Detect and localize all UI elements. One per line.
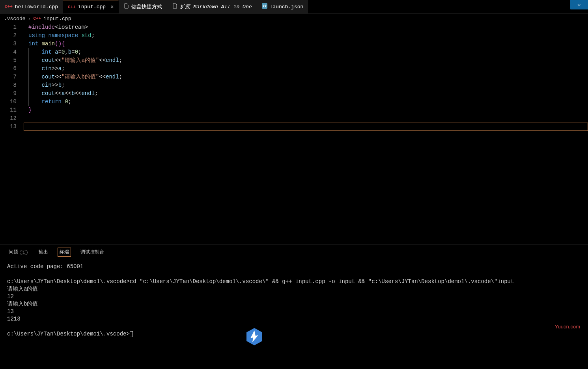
panel-tab-输出[interactable]: 输出 (37, 248, 50, 256)
tab-键盘快捷方式[interactable]: 键盘快捷方式 (119, 0, 167, 13)
code-line[interactable]: return 0; (24, 98, 588, 106)
indent-guide (28, 89, 29, 98)
terminal-line (7, 270, 581, 278)
tab-helloworld.cpp[interactable]: C++helloworld.cpp (0, 0, 63, 13)
code-line[interactable]: int main(){ (24, 40, 588, 48)
terminal-line: c:\Users\JYTan\Desktop\demo1\.vscode> (7, 330, 581, 338)
indent-guide (28, 98, 29, 106)
terminal-line: c:\Users\JYTan\Desktop\demo1\.vscode>cd … (7, 278, 581, 285)
terminal-line: 1213 (7, 315, 581, 323)
editor[interactable]: 12345678910111213 #include<iostream>usin… (0, 23, 588, 244)
json-icon (262, 3, 267, 10)
code-area[interactable]: #include<iostream>using namespace std;in… (24, 23, 588, 244)
indent-guide (28, 81, 29, 89)
terminal-line: 12 (7, 293, 581, 300)
mascot-icon[interactable] (245, 326, 264, 346)
badge: 1 (20, 250, 28, 255)
panel-tab-终端[interactable]: 终端 (58, 248, 71, 257)
tab-label: 键盘快捷方式 (131, 3, 162, 10)
terminal-line: 13 (7, 308, 581, 315)
line-gutter: 12345678910111213 (0, 23, 24, 244)
panel-tab-调试控制台[interactable]: 调试控制台 (79, 248, 106, 256)
line-number: 5 (0, 56, 17, 65)
breadcrumb[interactable]: .vscode › C++ input.cpp (0, 14, 588, 23)
badge-text: ∞ (578, 2, 581, 7)
line-number: 8 (0, 81, 17, 89)
tab-label: input.cpp (78, 4, 106, 10)
indent-guide (28, 73, 29, 81)
code-line[interactable]: int a=0,b=0; (24, 48, 588, 56)
top-right-badge[interactable]: ∞ (570, 0, 588, 9)
terminal-line: 请输入a的值 (7, 285, 581, 293)
code-line[interactable] (24, 114, 588, 123)
terminal-line (7, 323, 581, 330)
tab-label: launch.json (270, 4, 304, 10)
tab-label: 扩展 Markdown All in One (180, 3, 252, 10)
breadcrumb-part[interactable]: .vscode (4, 16, 26, 22)
line-number: 4 (0, 48, 17, 56)
line-number: 11 (0, 106, 17, 114)
file-icon (172, 3, 177, 10)
tab-launch.json[interactable]: launch.json (257, 0, 309, 13)
breadcrumb-part[interactable]: input.cpp (43, 16, 71, 22)
code-line[interactable]: cout<<"请输入a的值"<<endl; (24, 56, 588, 65)
code-line[interactable]: } (24, 106, 588, 114)
tab-扩展-Markdown-All-in-One[interactable]: 扩展 Markdown All in One (167, 0, 257, 13)
terminal-output[interactable]: Active code page: 65001 c:\Users\JYTan\D… (0, 260, 588, 341)
indent-guide (28, 56, 29, 65)
file-icon (123, 3, 129, 10)
code-line[interactable]: cin>>a; (24, 65, 588, 73)
terminal-cursor (130, 331, 133, 337)
indent-guide (28, 65, 29, 73)
line-number: 1 (0, 23, 17, 32)
cpp-icon: C++ (68, 5, 76, 9)
line-number: 2 (0, 32, 17, 40)
line-number: 3 (0, 40, 17, 48)
cpp-icon: C++ (5, 4, 13, 9)
tab-input.cpp[interactable]: C++input.cpp× (63, 0, 119, 13)
panel-tabs: 问题1输出终端调试控制台 (0, 244, 588, 260)
code-line[interactable]: using namespace std; (24, 32, 588, 40)
code-line[interactable] (24, 123, 588, 131)
cpp-icon: C++ (33, 16, 41, 21)
indent-guide (28, 48, 29, 56)
panel-tab-问题[interactable]: 问题1 (7, 248, 29, 256)
tab-label: helloworld.cpp (15, 4, 58, 10)
close-icon[interactable]: × (110, 4, 114, 10)
line-number: 6 (0, 65, 17, 73)
terminal-line: Active code page: 65001 (7, 263, 581, 270)
tabs-bar: C++helloworld.cppC++input.cpp×键盘快捷方式扩展 M… (0, 0, 588, 14)
code-line[interactable]: cout<<"请输入b的值"<<endl; (24, 73, 588, 81)
line-number: 7 (0, 73, 17, 81)
code-line[interactable]: cin>>b; (24, 81, 588, 89)
terminal-line: 请输入b的值 (7, 300, 581, 308)
bottom-panel: 问题1输出终端调试控制台 Active code page: 65001 c:\… (0, 244, 588, 341)
line-number: 12 (0, 114, 17, 123)
line-number: 13 (0, 123, 17, 131)
watermark: Yuucn.com (555, 324, 580, 330)
code-line[interactable]: #include<iostream> (24, 23, 588, 32)
code-line[interactable]: cout<<a<<b<<endl; (24, 89, 588, 98)
line-number: 9 (0, 89, 17, 98)
chevron-right-icon: › (28, 16, 31, 22)
line-number: 10 (0, 98, 17, 106)
